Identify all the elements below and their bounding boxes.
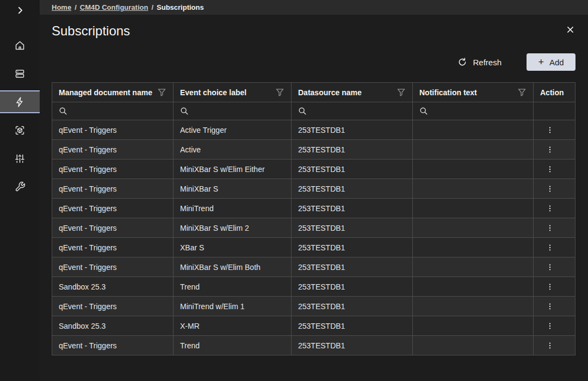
kebab-menu-icon — [546, 184, 554, 194]
breadcrumb-separator: / — [75, 3, 77, 11]
sidebar-expand-button[interactable] — [0, 0, 40, 21]
table-row[interactable]: Sandbox 25.3X-MR253TESTDB1 — [52, 316, 575, 336]
sidebar-item-models[interactable] — [0, 119, 40, 142]
breadcrumb-current-page: Subscriptions — [157, 3, 204, 11]
table-row[interactable]: qEvent - TriggersMiniXBar S253TESTDB1 — [52, 179, 575, 199]
cell-notification-text — [413, 257, 534, 277]
breadcrumb-cm4d-configuration-link[interactable]: CM4D Configuration — [80, 3, 148, 11]
refresh-icon — [457, 57, 467, 67]
table-row[interactable]: qEvent - TriggersXBar S253TESTDB1 — [52, 238, 575, 257]
row-actions-menu-button[interactable] — [540, 299, 560, 314]
cell-event-choice-label: Trend — [174, 336, 292, 355]
row-actions-menu-button[interactable] — [540, 221, 560, 235]
table-row[interactable]: qEvent - TriggersMiniTrend w/Elim 1253TE… — [52, 297, 575, 316]
cell-managed-document-name: Sandbox 25.3 — [52, 277, 174, 297]
page-title: Subscriptions — [52, 23, 130, 39]
filter-icon[interactable] — [517, 88, 527, 97]
table-row[interactable]: qEvent - TriggersMiniTrend253TESTDB1 — [52, 199, 575, 218]
sidebar-nav — [0, 34, 40, 204]
cell-managed-document-name: qEvent - Triggers — [52, 336, 174, 355]
search-icon — [419, 107, 428, 115]
cell-event-choice-label: Active — [174, 140, 292, 159]
search-icon — [180, 107, 189, 115]
cell-action — [534, 257, 575, 277]
cell-action — [534, 140, 575, 159]
row-actions-menu-button[interactable] — [540, 241, 560, 255]
table-filter-row — [52, 102, 575, 120]
table-row[interactable]: qEvent - TriggersMiniXBar S w/Elim Both2… — [52, 257, 575, 277]
filter-icon[interactable] — [397, 88, 406, 97]
kebab-menu-icon — [546, 243, 554, 253]
cell-datasource-name: 253TESTDB1 — [292, 199, 413, 218]
filter-cell-action-empty — [534, 102, 575, 120]
column-header-notification-text[interactable]: Notification text — [413, 83, 534, 102]
row-actions-menu-button[interactable] — [540, 319, 560, 333]
cell-managed-document-name: qEvent - Triggers — [52, 238, 174, 257]
cell-action — [534, 297, 575, 316]
cell-managed-document-name: qEvent - Triggers — [52, 199, 174, 218]
main-content: Home / CM4D Configuration / Subscription… — [40, 0, 588, 381]
refresh-button[interactable]: Refresh — [454, 55, 505, 69]
cell-action — [534, 159, 575, 179]
sidebar-item-datasources[interactable] — [0, 62, 40, 85]
cell-action — [534, 218, 575, 238]
sidebar-item-subscriptions[interactable] — [0, 90, 40, 113]
cell-event-choice-label: Active Trigger — [174, 120, 292, 140]
filter-icon[interactable] — [275, 88, 284, 97]
wrench-icon — [15, 181, 26, 192]
row-actions-menu-button[interactable] — [540, 123, 560, 137]
cell-datasource-name: 253TESTDB1 — [292, 159, 413, 179]
column-header-datasource-name[interactable]: Datasource name — [292, 83, 413, 102]
filter-input-event-choice-label[interactable] — [193, 106, 284, 116]
sidebar-item-home[interactable] — [0, 34, 40, 57]
plus-icon: + — [538, 58, 544, 66]
kebab-menu-icon — [546, 321, 554, 331]
table-row[interactable]: qEvent - TriggersMiniXBar S w/Elim 2253T… — [52, 218, 575, 238]
column-header-event-choice-label[interactable]: Event choice label — [174, 83, 292, 102]
cell-managed-document-name: qEvent - Triggers — [52, 120, 174, 140]
filter-input-notification-text[interactable] — [432, 106, 527, 116]
cell-action — [534, 316, 575, 336]
row-actions-menu-button[interactable] — [540, 182, 560, 196]
row-actions-menu-button[interactable] — [540, 280, 560, 294]
breadcrumb-home-link[interactable]: Home — [52, 3, 71, 11]
close-button[interactable] — [564, 23, 577, 36]
filter-icon[interactable] — [157, 88, 166, 97]
column-header-managed-document-name[interactable]: Managed document name — [52, 83, 174, 102]
row-actions-menu-button[interactable] — [540, 143, 560, 157]
cell-datasource-name: 253TESTDB1 — [292, 336, 413, 355]
table-row[interactable]: Sandbox 25.3Trend253TESTDB1 — [52, 277, 575, 297]
cell-notification-text — [413, 316, 534, 336]
filter-input-managed-document-name[interactable] — [72, 106, 166, 116]
row-actions-menu-button[interactable] — [540, 260, 560, 274]
kebab-menu-icon — [546, 341, 554, 351]
add-button[interactable]: + Add — [527, 53, 575, 71]
sidebar-item-settings[interactable] — [0, 147, 40, 170]
kebab-menu-icon — [546, 302, 554, 311]
cell-notification-text — [413, 277, 534, 297]
cell-managed-document-name: qEvent - Triggers — [52, 257, 174, 277]
sidebar-item-tools[interactable] — [0, 175, 40, 198]
cell-datasource-name: 253TESTDB1 — [292, 297, 413, 316]
cell-notification-text — [413, 218, 534, 238]
cell-event-choice-label: MiniXBar S w/Elim Both — [174, 257, 292, 277]
kebab-menu-icon — [546, 262, 554, 272]
row-actions-menu-button[interactable] — [540, 201, 560, 216]
cell-managed-document-name: qEvent - Triggers — [52, 218, 174, 238]
row-actions-menu-button[interactable] — [540, 339, 560, 353]
table-row[interactable]: qEvent - TriggersActive253TESTDB1 — [52, 140, 575, 159]
home-icon — [14, 40, 26, 51]
filter-input-datasource-name[interactable] — [311, 106, 406, 116]
cell-managed-document-name: qEvent - Triggers — [52, 140, 174, 159]
add-label: Add — [549, 58, 564, 67]
cell-notification-text — [413, 159, 534, 179]
row-actions-menu-button[interactable] — [540, 162, 560, 176]
cell-datasource-name: 253TESTDB1 — [292, 218, 413, 238]
column-label: Event choice label — [180, 88, 246, 97]
table-row[interactable]: qEvent - TriggersMiniXBar S w/Elim Eithe… — [52, 159, 575, 179]
kebab-menu-icon — [546, 282, 554, 292]
sliders-icon — [14, 153, 26, 164]
table-row[interactable]: qEvent - TriggersTrend253TESTDB1 — [52, 336, 575, 355]
table-row[interactable]: qEvent - TriggersActive Trigger253TESTDB… — [52, 120, 575, 140]
column-label: Action — [540, 88, 564, 97]
